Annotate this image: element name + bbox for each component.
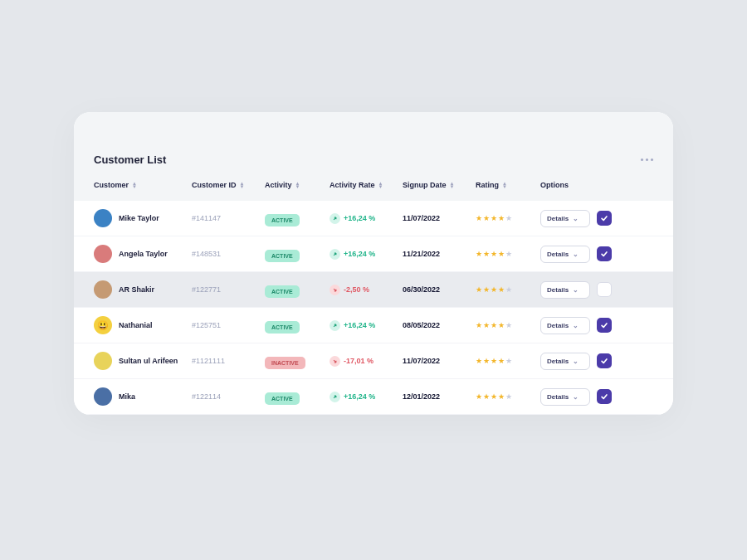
star-icon: ★ bbox=[476, 321, 482, 329]
star-icon: ★ bbox=[505, 321, 512, 329]
col-activity-rate[interactable]: Activity Rate ▲▼ bbox=[330, 181, 396, 189]
customer-name: Nathanial bbox=[119, 321, 153, 329]
details-button[interactable]: Details⌄ bbox=[540, 317, 590, 334]
customer-list-card: Customer List Customer ▲▼ Customer ID ▲▼… bbox=[74, 112, 673, 415]
avatar bbox=[94, 245, 112, 263]
activity-rate: +16,24 % bbox=[330, 249, 396, 260]
arrow-up-right-icon bbox=[330, 249, 340, 260]
col-rating[interactable]: Rating ▲▼ bbox=[476, 181, 534, 189]
customer-id: #122771 bbox=[192, 285, 258, 294]
star-icon: ★ bbox=[476, 250, 482, 258]
star-icon: ★ bbox=[505, 250, 512, 258]
col-customer[interactable]: Customer ▲▼ bbox=[94, 181, 185, 189]
col-activity[interactable]: Activity ▲▼ bbox=[265, 181, 323, 189]
star-icon: ★ bbox=[476, 285, 482, 294]
arrow-up-right-icon bbox=[330, 213, 340, 224]
status-badge: ACTIVE bbox=[265, 214, 300, 226]
more-options-icon[interactable] bbox=[641, 158, 653, 161]
sort-icon: ▲▼ bbox=[450, 182, 455, 188]
chevron-down-icon: ⌄ bbox=[573, 251, 579, 258]
row-checkbox[interactable] bbox=[597, 282, 612, 297]
signup-date: 11/21/2022 bbox=[403, 250, 469, 258]
row-checkbox[interactable] bbox=[597, 246, 612, 261]
status-badge: ACTIVE bbox=[265, 285, 300, 298]
star-icon: ★ bbox=[483, 357, 490, 365]
details-label: Details bbox=[547, 393, 569, 401]
star-icon: ★ bbox=[476, 214, 482, 222]
table-row[interactable]: Mika#122114ACTIVE+16,24 %12/01/2022★★★★★… bbox=[74, 379, 673, 415]
status-badge: ACTIVE bbox=[265, 392, 300, 405]
avatar: 😃 bbox=[94, 316, 112, 334]
star-icon: ★ bbox=[505, 357, 512, 365]
signup-date: 11/07/2022 bbox=[403, 357, 469, 365]
details-button[interactable]: Details⌄ bbox=[540, 210, 590, 227]
rate-value: -17,01 % bbox=[344, 357, 374, 365]
col-customer-id[interactable]: Customer ID ▲▼ bbox=[192, 181, 258, 189]
star-icon: ★ bbox=[505, 392, 512, 401]
chevron-down-icon: ⌄ bbox=[573, 215, 579, 222]
avatar bbox=[94, 387, 112, 406]
star-icon: ★ bbox=[483, 285, 490, 294]
table-row[interactable]: Angela Taylor#148531ACTIVE+16,24 %11/21/… bbox=[74, 236, 673, 272]
arrow-down-right-icon bbox=[330, 285, 340, 295]
customer-cell: Sultan ul Arifeen bbox=[94, 352, 185, 370]
details-label: Details bbox=[547, 251, 569, 258]
column-headers: Customer ▲▼ Customer ID ▲▼ Activity ▲▼ A… bbox=[94, 181, 653, 189]
status-badge: INACTIVE bbox=[265, 357, 305, 369]
signup-date: 12/01/2022 bbox=[403, 392, 469, 401]
star-icon: ★ bbox=[483, 250, 490, 258]
customer-name: Mika bbox=[119, 392, 135, 401]
card-title: Customer List bbox=[94, 153, 166, 166]
customer-cell: Mika bbox=[94, 387, 185, 406]
details-button[interactable]: Details⌄ bbox=[540, 353, 590, 370]
table-row[interactable]: AR Shakir#122771ACTIVE-2,50 %06/30/2022★… bbox=[74, 272, 673, 308]
row-checkbox[interactable] bbox=[597, 389, 612, 404]
col-signup-date[interactable]: Signup Date ▲▼ bbox=[403, 181, 469, 189]
details-button[interactable]: Details⌄ bbox=[540, 281, 590, 299]
activity-rate: +16,24 % bbox=[330, 320, 396, 331]
customer-name: Mike Taylor bbox=[119, 214, 159, 222]
chevron-down-icon: ⌄ bbox=[573, 322, 579, 329]
details-label: Details bbox=[547, 358, 569, 365]
activity-rate: -17,01 % bbox=[330, 356, 396, 367]
table-row[interactable]: Sultan ul Arifeen#1121111INACTIVE-17,01 … bbox=[74, 343, 673, 379]
star-icon: ★ bbox=[483, 214, 490, 222]
sort-icon: ▲▼ bbox=[502, 182, 507, 188]
star-icon: ★ bbox=[498, 392, 505, 401]
customer-name: Sultan ul Arifeen bbox=[119, 357, 178, 365]
details-button[interactable]: Details⌄ bbox=[540, 388, 590, 406]
table-body: Mike Taylor#141147ACTIVE+16,24 %11/07/20… bbox=[74, 201, 673, 415]
customer-cell: Angela Taylor bbox=[94, 245, 185, 263]
table-row[interactable]: Mike Taylor#141147ACTIVE+16,24 %11/07/20… bbox=[74, 201, 673, 236]
sort-icon: ▲▼ bbox=[132, 182, 137, 188]
arrow-up-right-icon bbox=[330, 320, 340, 331]
signup-date: 06/30/2022 bbox=[403, 285, 469, 294]
rate-value: +16,24 % bbox=[344, 250, 375, 258]
star-icon: ★ bbox=[498, 214, 505, 222]
status-badge: ACTIVE bbox=[265, 321, 300, 334]
row-checkbox[interactable] bbox=[597, 318, 612, 333]
star-icon: ★ bbox=[483, 321, 490, 329]
customer-cell: AR Shakir bbox=[94, 280, 185, 299]
activity-rate: +16,24 % bbox=[330, 213, 396, 224]
arrow-up-right-icon bbox=[330, 392, 340, 402]
details-button[interactable]: Details⌄ bbox=[540, 246, 590, 263]
star-icon: ★ bbox=[491, 392, 497, 401]
star-icon: ★ bbox=[498, 250, 505, 258]
row-checkbox[interactable] bbox=[597, 211, 612, 226]
arrow-down-right-icon bbox=[330, 356, 340, 367]
star-icon: ★ bbox=[491, 250, 497, 258]
table-row[interactable]: 😃Nathanial#125751ACTIVE+16,24 %08/05/202… bbox=[74, 308, 673, 343]
details-label: Details bbox=[547, 215, 569, 222]
row-checkbox[interactable] bbox=[597, 353, 612, 368]
star-icon: ★ bbox=[498, 357, 505, 365]
customer-name: AR Shakir bbox=[119, 285, 154, 294]
customer-id: #141147 bbox=[192, 214, 258, 222]
customer-id: #148531 bbox=[192, 250, 258, 258]
rating-stars: ★★★★★ bbox=[476, 214, 534, 222]
rating-stars: ★★★★★ bbox=[476, 250, 534, 258]
sort-icon: ▲▼ bbox=[295, 182, 300, 188]
star-icon: ★ bbox=[498, 285, 505, 294]
sort-icon: ▲▼ bbox=[240, 182, 245, 188]
star-icon: ★ bbox=[491, 214, 497, 222]
